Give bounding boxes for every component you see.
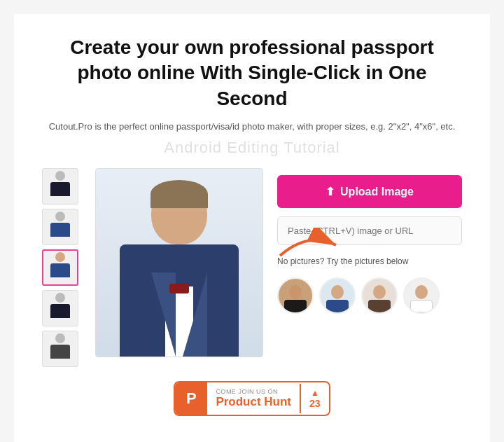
figure-body [50, 182, 70, 196]
person-bow-tie [169, 284, 189, 293]
av-head [289, 285, 302, 299]
av-body [284, 300, 307, 312]
figure-head [55, 293, 65, 303]
ph-vote-area[interactable]: ▲ 23 [300, 384, 329, 413]
page-title: Create your own professional passport ph… [42, 35, 462, 111]
page-subtitle: Cutout.Pro is the perfect online passpor… [42, 121, 462, 132]
sample-photo-2[interactable] [319, 277, 356, 314]
upload-button-label: Upload Image [340, 186, 414, 198]
thumbnail-4[interactable] [42, 290, 78, 326]
thumbnail-list [42, 168, 81, 367]
no-pictures-label: No pictures? Try the pictures below [277, 256, 462, 266]
av-head [415, 285, 428, 299]
main-container: Create your own professional passport ph… [14, 14, 490, 442]
figure-body [50, 223, 70, 237]
ph-name: Product Hunt [216, 395, 291, 409]
av-body [410, 300, 433, 312]
ph-join-text: COME JOIN US ON [216, 388, 291, 395]
figure-body [50, 345, 70, 359]
thumbnail-1[interactable] [42, 168, 78, 205]
upload-button[interactable]: ⬆ Upload Image [277, 175, 462, 208]
right-panel: ⬆ Upload Image No pictures? Try the pict… [277, 168, 462, 314]
sample-photo-4[interactable] [403, 277, 440, 314]
thumbnail-2[interactable] [42, 209, 78, 245]
ph-upvote-icon: ▲ [311, 388, 319, 398]
paste-input[interactable] [277, 216, 462, 245]
av-head [373, 285, 386, 299]
figure-body [50, 304, 70, 318]
figure-head [55, 333, 65, 343]
watermark-text: Android Editing Tutorial [42, 139, 462, 157]
figure-head [55, 171, 65, 181]
av-body [368, 300, 391, 312]
figure-head [55, 252, 65, 262]
av-body [326, 300, 349, 312]
thumbnail-5[interactable] [42, 331, 78, 367]
figure-body [50, 263, 70, 277]
person-figure [116, 174, 242, 357]
ph-text-area: COME JOIN US ON Product Hunt [207, 385, 300, 412]
ph-logo: P [175, 382, 207, 415]
product-hunt-banner: P COME JOIN US ON Product Hunt ▲ 23 [42, 381, 462, 416]
sample-photo-3[interactable] [361, 277, 398, 314]
upload-icon: ⬆ [326, 185, 335, 198]
sample-photos [277, 277, 462, 314]
main-photo-preview [95, 168, 263, 357]
person-hair [150, 180, 208, 208]
sample-photo-1[interactable] [277, 277, 314, 314]
ph-vote-count: 23 [309, 398, 321, 409]
av-head [331, 285, 344, 299]
product-hunt-badge[interactable]: P COME JOIN US ON Product Hunt ▲ 23 [174, 381, 330, 416]
ph-logo-letter: P [186, 389, 197, 408]
figure-head [55, 212, 65, 221]
thumbnail-3[interactable] [42, 249, 78, 286]
content-area: ⬆ Upload Image No pictures? Try the pict… [42, 168, 462, 367]
